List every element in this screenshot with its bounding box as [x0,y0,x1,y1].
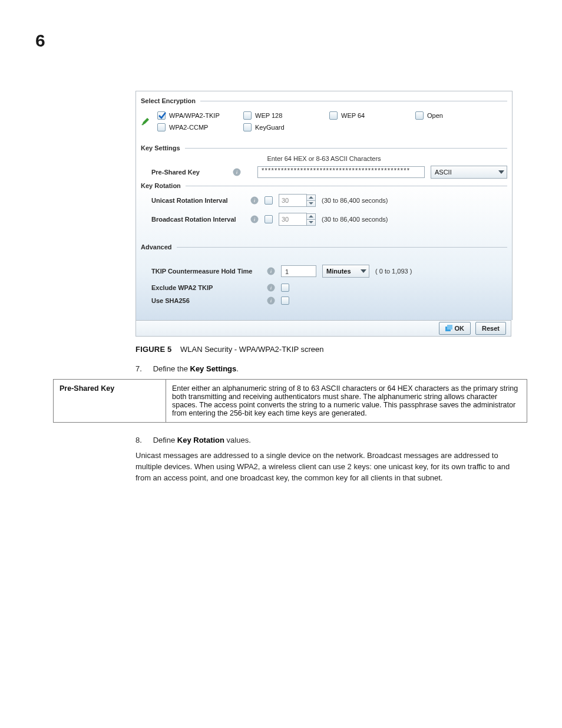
section-advanced: Advanced [141,243,172,251]
chevron-down-icon [361,269,366,273]
svg-rect-0 [142,124,144,125]
checkbox-unicast-enable[interactable] [265,196,273,205]
figure-caption: FIGURE 5 WLAN Security - WPA/WPA2-TKIP s… [135,345,521,354]
step-8: 8. Define Key Rotation values. [135,436,521,444]
checkbox-label: Open [427,112,443,119]
step-bold: Key Rotation [177,436,224,444]
checkbox-keyguard[interactable]: KeyGuard [243,123,319,131]
info-icon: i [233,168,241,176]
step-7: 7. Define the Key Settings. [135,364,521,373]
page-number: 6 [35,31,521,51]
wlan-security-panel: Select Encryption WPA/WPA2-TKIP WPA2-CCM… [135,91,513,320]
section-select-encryption: Select Encryption [141,97,196,104]
tkip-unit-select[interactable]: Minutes [322,265,369,278]
broadcast-range: (30 to 86,400 seconds) [322,216,388,223]
step-text: Define the [153,364,190,373]
tkip-hold-label: TKIP Countermeasure Hold Time [151,268,261,275]
checkbox-label: WPA2-CCMP [169,124,208,131]
caption-text: WLAN Security - WPA/WPA2-TKIP screen [180,345,323,354]
apply-icon [445,325,452,332]
tkip-hold-input[interactable]: 1 [281,265,316,277]
broadcast-spinner[interactable]: 30 [279,213,316,226]
ok-button[interactable]: OK [439,322,471,335]
caption-prefix: FIGURE 5 [135,345,172,354]
unicast-label: Unicast Rotation Interval [151,197,244,204]
spinner-value[interactable]: 30 [279,194,307,207]
spinner-up[interactable] [307,195,315,200]
checkbox-label: KeyGuard [255,124,285,131]
checkbox-use-sha256[interactable] [281,297,289,305]
use-sha256-label: Use SHA256 [151,297,261,304]
spinner-down[interactable] [307,200,315,206]
section-key-rotation: Key Rotation [141,182,181,189]
step-text: . [236,364,239,373]
step-text: values. [224,436,251,444]
spinner-up[interactable] [307,214,315,219]
reset-button[interactable]: Reset [475,322,506,335]
info-icon: i [250,215,259,223]
definition-desc: Enter either an alphanumeric string of 8… [166,380,527,423]
section-key-settings: Key Settings [141,144,180,151]
edit-icon [141,117,150,126]
broadcast-label: Broadcast Rotation Interval [151,216,244,223]
unicast-range: (30 to 86,400 seconds) [322,197,388,204]
exclude-wpa2-label: Exclude WPA2 TKIP [151,284,261,291]
button-bar: OK Reset [135,320,511,337]
checkbox-wpa-wpa2-tkip[interactable]: WPA/WPA2-TKIP [157,111,233,120]
checkbox-wep128[interactable]: WEP 128 [243,111,319,120]
info-icon: i [267,297,275,305]
spinner-down[interactable] [307,219,315,225]
select-value: Minutes [326,268,351,275]
step-number: 7. [135,364,151,373]
checkbox-open[interactable]: Open [415,111,491,120]
chevron-down-icon [498,170,504,174]
definition-term: Pre-Shared Key [54,380,166,423]
step-number: 8. [135,436,151,444]
checkbox-label: WEP 64 [341,112,365,119]
checkbox-label: WEP 128 [255,112,282,119]
checkbox-label: WPA/WPA2-TKIP [169,112,220,119]
button-label: Reset [482,325,500,332]
checkbox-wpa2-ccmp[interactable]: WPA2-CCMP [157,123,233,131]
definition-table: Pre-Shared Key Enter either an alphanume… [53,379,527,423]
spinner-value[interactable]: 30 [279,213,307,226]
tkip-range: ( 0 to 1,093 ) [375,268,412,275]
paragraph: Unicast messages are addressed to a sing… [135,450,521,484]
step-text: Define [153,436,177,444]
psk-format-select[interactable]: ASCII [431,166,507,179]
psk-hint: Enter 64 HEX or 8-63 ASCII Characters [267,155,381,162]
info-icon: i [250,196,259,205]
info-icon: i [267,267,275,275]
select-value: ASCII [435,169,452,176]
step-bold: Key Settings [190,364,237,373]
info-icon: i [267,284,275,292]
checkbox-broadcast-enable[interactable] [265,215,273,223]
psk-label: Pre-Shared Key [151,169,228,176]
unicast-spinner[interactable]: 30 [279,194,316,207]
checkbox-wep64[interactable]: WEP 64 [329,111,405,120]
svg-rect-14 [447,325,452,330]
checkbox-exclude-wpa2[interactable] [281,284,289,292]
button-label: OK [455,325,465,332]
psk-input[interactable]: ****************************************… [257,166,425,178]
